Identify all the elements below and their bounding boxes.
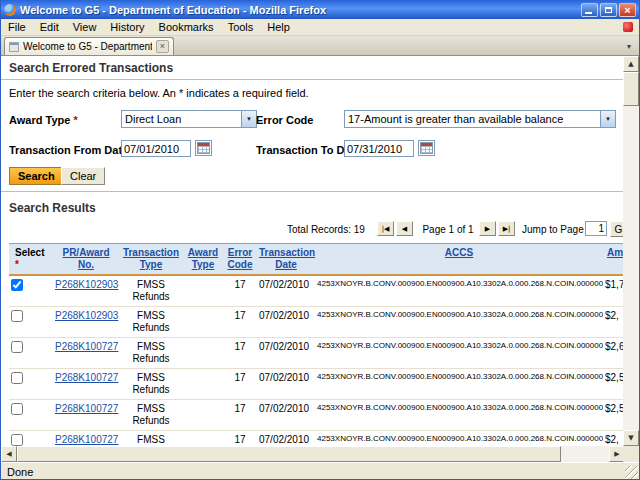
- scroll-left-icon[interactable]: ◀: [1, 446, 17, 462]
- award-no-link[interactable]: P268K100727: [55, 372, 118, 383]
- row-award-no-cell: P268K100727: [53, 431, 119, 447]
- column-header-award-no: PR/Award No.: [53, 244, 119, 276]
- row-select-cell: [9, 307, 53, 338]
- row-select-cell: [9, 431, 53, 447]
- from-date-input[interactable]: [121, 140, 191, 157]
- row-amount: $2,5: [603, 400, 625, 431]
- restore-icon: [605, 7, 612, 13]
- table-row: P268K102903FMSS Refunds1707/02/20104253X…: [9, 307, 625, 338]
- table-row: P268K100727FMSS Refunds1707/02/20104253X…: [9, 338, 625, 369]
- jump-to-page-label: Jump to Page: [522, 224, 584, 235]
- pagination-bar: Total Records: 19 |◀ ◀ Page 1 of 1 ▶ ▶| …: [9, 221, 617, 239]
- row-transaction-date: 07/02/2010: [257, 400, 315, 431]
- row-error-code: 17: [223, 338, 257, 369]
- row-select-checkbox[interactable]: [11, 434, 23, 446]
- column-header-transaction-date: Transaction Date: [257, 244, 315, 276]
- award-no-link[interactable]: P268K100727: [55, 341, 118, 352]
- page-title: Search Errored Transactions: [9, 61, 617, 75]
- sort-award-no-link[interactable]: PR/Award No.: [62, 247, 109, 270]
- divider: [1, 191, 625, 192]
- window-title: Welcome to G5 - Department of Education …: [20, 4, 581, 16]
- from-date-calendar-icon[interactable]: [195, 140, 212, 156]
- error-code-value: 17-Amount is greater than available bala…: [345, 113, 600, 125]
- next-page-button[interactable]: ▶: [479, 221, 496, 236]
- search-button[interactable]: Search: [9, 167, 64, 185]
- last-page-button[interactable]: ▶|: [498, 221, 515, 236]
- scroll-down-icon[interactable]: ▼: [623, 430, 639, 446]
- row-select-checkbox[interactable]: [11, 341, 23, 353]
- results-title: Search Results: [9, 201, 617, 215]
- instructions-text: Enter the search criteria below. An * in…: [9, 87, 617, 99]
- award-no-link[interactable]: P268K102903: [55, 279, 118, 290]
- row-award-no-cell: P268K100727: [53, 400, 119, 431]
- row-select-checkbox[interactable]: [11, 310, 23, 322]
- tab-favicon: [9, 42, 19, 52]
- award-type-select[interactable]: Direct Loan ▼: [121, 110, 257, 128]
- chevron-down-icon: ▼: [241, 111, 256, 127]
- row-error-code: 17: [223, 275, 257, 307]
- award-no-link[interactable]: P268K102903: [55, 310, 118, 321]
- tab-welcome-g5[interactable]: Welcome to G5 - Department of Edu... ×: [4, 37, 174, 55]
- column-header-select: Select *: [9, 244, 53, 276]
- list-all-tabs-icon[interactable]: ▼: [622, 39, 636, 55]
- column-header-amount: Amount: [603, 244, 625, 276]
- row-select-checkbox[interactable]: [11, 372, 23, 384]
- table-header-row: Select * PR/Award No. Transaction Type A…: [9, 244, 625, 276]
- addon-icon[interactable]: [623, 22, 633, 32]
- sort-transaction-type-link[interactable]: Transaction Type: [123, 247, 179, 270]
- close-button[interactable]: ×: [619, 3, 636, 17]
- vertical-scroll-thumb[interactable]: [623, 72, 639, 106]
- award-no-link[interactable]: P268K100727: [55, 434, 118, 445]
- restore-button[interactable]: [600, 3, 617, 17]
- title-bar: Welcome to G5 - Department of Education …: [1, 0, 639, 19]
- table-row: P268K102903FMSS Refunds1707/02/20104253X…: [9, 275, 625, 307]
- row-award-no-cell: P268K102903: [53, 275, 119, 307]
- first-page-button[interactable]: |◀: [377, 221, 394, 236]
- row-award-type: [183, 400, 223, 431]
- status-text: Done: [7, 466, 33, 478]
- menu-history[interactable]: History: [103, 20, 151, 34]
- to-date-input[interactable]: [344, 140, 414, 157]
- to-date-calendar-icon[interactable]: [418, 140, 435, 156]
- menu-view[interactable]: View: [66, 20, 104, 34]
- row-accs: 4253XNOYR.B.CONV.000900.EN000900.A10.330…: [315, 431, 603, 447]
- menu-file[interactable]: File: [1, 20, 33, 34]
- row-select-checkbox[interactable]: [11, 279, 23, 291]
- row-select-checkbox[interactable]: [11, 403, 23, 415]
- minimize-button[interactable]: [581, 3, 598, 17]
- sort-accs-link[interactable]: ACCS: [445, 247, 473, 258]
- row-transaction-date: 07/02/2010: [257, 431, 315, 447]
- scrollbar-corner: [623, 446, 639, 462]
- results-table: Select * PR/Award No. Transaction Type A…: [9, 243, 625, 446]
- sort-award-type-link[interactable]: Award Type: [188, 247, 218, 270]
- row-accs: 4253XNOYR.B.CONV.000900.EN000900.A10.330…: [315, 400, 603, 431]
- row-award-type: [183, 275, 223, 307]
- prev-page-button[interactable]: ◀: [396, 221, 413, 236]
- tab-close-icon[interactable]: ×: [156, 40, 169, 53]
- row-error-code: 17: [223, 400, 257, 431]
- menu-help[interactable]: Help: [260, 20, 297, 34]
- award-no-link[interactable]: P268K100727: [55, 403, 118, 414]
- row-transaction-date: 07/02/2010: [257, 369, 315, 400]
- menu-edit[interactable]: Edit: [33, 20, 66, 34]
- menu-tools[interactable]: Tools: [221, 20, 261, 34]
- column-header-award-type: Award Type: [183, 244, 223, 276]
- resize-grip[interactable]: [625, 466, 638, 479]
- row-select-cell: [9, 275, 53, 307]
- row-amount: $2,: [603, 431, 625, 447]
- horizontal-scrollbar[interactable]: ◀ ▶: [1, 446, 625, 462]
- from-date-label: Transaction From Date: [9, 144, 128, 156]
- clear-button[interactable]: Clear: [61, 167, 105, 185]
- menu-bookmarks[interactable]: Bookmarks: [152, 20, 221, 34]
- row-award-type: [183, 431, 223, 447]
- vertical-scrollbar[interactable]: ▲ ▼: [623, 56, 639, 446]
- page-status-label: Page 1 of 1: [419, 224, 477, 235]
- search-criteria-form: Award Type * Direct Loan ▼ Error Code 17…: [9, 107, 617, 187]
- jump-to-page-input[interactable]: [585, 221, 607, 236]
- scroll-up-icon[interactable]: ▲: [623, 56, 639, 72]
- horizontal-scroll-thumb[interactable]: [17, 446, 561, 462]
- sort-transaction-date-link[interactable]: Transaction Date: [259, 247, 315, 270]
- row-error-code: 17: [223, 307, 257, 338]
- sort-error-code-link[interactable]: Error Code: [228, 247, 253, 270]
- error-code-select[interactable]: 17-Amount is greater than available bala…: [344, 110, 616, 128]
